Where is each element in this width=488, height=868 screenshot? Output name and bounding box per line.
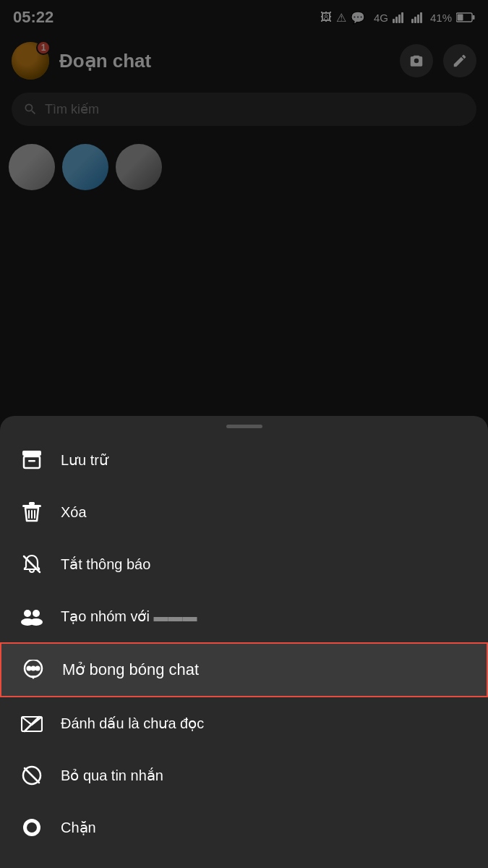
mute-label: Tắt thông báo [61, 556, 150, 573]
svg-rect-12 [24, 456, 40, 468]
trash-icon [20, 501, 43, 524]
svg-point-25 [27, 666, 32, 671]
svg-point-33 [27, 822, 37, 833]
bubble-icon [22, 658, 45, 681]
menu-item-unread[interactable]: Đánh dấu là chưa đọc [0, 697, 488, 749]
svg-line-31 [25, 768, 39, 783]
svg-line-29 [25, 717, 39, 731]
svg-rect-15 [29, 502, 35, 505]
archive-icon [20, 448, 43, 472]
block-icon [20, 816, 43, 839]
menu-item-archive[interactable]: Lưu trữ [0, 434, 488, 486]
svg-point-27 [35, 666, 40, 671]
svg-point-23 [30, 618, 43, 626]
group-icon [20, 605, 43, 628]
svg-rect-11 [22, 451, 41, 456]
unread-label: Đánh dấu là chưa đọc [61, 715, 204, 732]
unread-icon [20, 712, 43, 735]
ignore-label: Bỏ qua tin nhắn [61, 767, 163, 784]
svg-point-26 [31, 666, 36, 671]
svg-rect-13 [28, 460, 35, 462]
menu-item-block[interactable]: Chặn [0, 801, 488, 854]
archive-label: Lưu trữ [61, 451, 108, 469]
block-label: Chặn [61, 819, 96, 836]
group-label: Tạo nhóm với ▬▬▬ [61, 608, 197, 625]
menu-item-group[interactable]: Tạo nhóm với ▬▬▬ [0, 590, 488, 642]
menu-item-ignore[interactable]: Bỏ qua tin nhắn [0, 749, 488, 801]
drag-handle[interactable] [226, 425, 262, 428]
svg-rect-14 [22, 505, 41, 507]
svg-point-21 [33, 610, 40, 617]
delete-label: Xóa [61, 504, 87, 521]
ignore-icon [20, 764, 43, 787]
bubble-label: Mở bong bóng chat [62, 660, 199, 679]
svg-point-20 [24, 610, 31, 617]
menu-item-mute[interactable]: Tắt thông báo [0, 538, 488, 590]
menu-item-delete[interactable]: Xóa [0, 486, 488, 538]
menu-item-bubble[interactable]: Mở bong bóng chat [0, 642, 488, 697]
bottom-sheet: Lưu trữ Xóa Tắt thông báo [0, 416, 488, 868]
bell-mute-icon [20, 553, 43, 576]
